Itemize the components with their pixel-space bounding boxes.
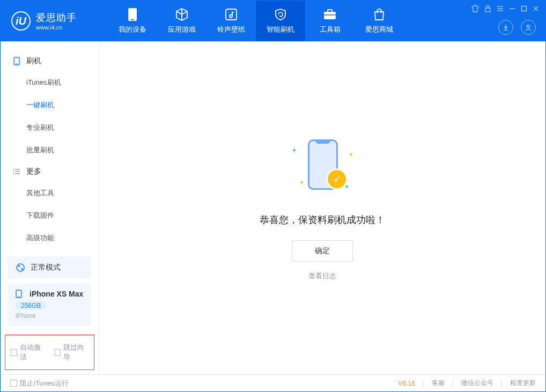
sidebar-item-itunes-flash[interactable]: iTunes刷机 — [1, 71, 99, 94]
checkbox-block-itunes[interactable]: 阻止iTunes运行 — [10, 379, 69, 388]
toolbox-icon — [323, 8, 337, 21]
sidebar-section-more: 更多 其他工具 下载固件 高级功能 — [1, 161, 99, 249]
svg-point-20 — [13, 169, 14, 170]
main-tabs: 我的设备 应用游戏 铃声壁纸 智能刷机 工具箱 爱思商城 — [108, 1, 404, 41]
phone-icon — [126, 8, 139, 21]
svg-rect-27 — [18, 297, 20, 297]
app-name: 爱思助手 — [36, 11, 77, 24]
footer-link-support[interactable]: 客服 — [432, 379, 445, 388]
svg-point-22 — [13, 173, 14, 174]
svg-point-23 — [17, 264, 24, 271]
shopping-bag-icon — [372, 8, 386, 21]
device-storage-badge: 256GB — [16, 301, 46, 310]
minimize-button[interactable] — [509, 5, 515, 12]
app-url: www.i4.cn — [36, 24, 77, 31]
tab-ringtones-wallpapers[interactable]: 铃声壁纸 — [206, 1, 256, 41]
list-icon — [12, 167, 21, 176]
window-controls — [471, 5, 539, 12]
sparkle-icon: ✦ — [292, 147, 297, 154]
menu-icon[interactable] — [497, 5, 504, 12]
app-header: iU 爱思助手 www.i4.cn 我的设备 应用游戏 铃声壁纸 智能刷机 工具… — [1, 1, 545, 41]
device-name: iPhone XS Max — [29, 290, 83, 298]
svg-point-24 — [18, 265, 20, 268]
tab-apps-games[interactable]: 应用游戏 — [157, 1, 206, 41]
header-circle-buttons — [498, 20, 536, 35]
sidebar-head-flash[interactable]: 刷机 — [1, 51, 99, 71]
sidebar-item-pro-flash[interactable]: 专业刷机 — [1, 116, 99, 139]
mode-box[interactable]: 正常模式 — [8, 256, 91, 279]
ok-button[interactable]: 确定 — [292, 240, 353, 262]
cube-icon — [175, 8, 189, 21]
tab-my-device[interactable]: 我的设备 — [108, 1, 157, 41]
sparkle-icon: ✦ — [299, 179, 304, 186]
sidebar: 刷机 iTunes刷机 一键刷机 专业刷机 批量刷机 更多 其他工具 下载固件 … — [1, 41, 99, 374]
svg-rect-0 — [128, 8, 137, 21]
device-small-icon — [12, 57, 21, 65]
sidebar-item-download-firmware[interactable]: 下载固件 — [1, 204, 99, 227]
checkbox-icon — [55, 349, 61, 356]
phone-notch — [315, 139, 330, 144]
sidebar-section-flash: 刷机 iTunes刷机 一键刷机 专业刷机 批量刷机 — [1, 51, 99, 161]
checkbox-auto-activate[interactable]: 自动激活 — [11, 343, 45, 362]
svg-point-14 — [527, 25, 530, 28]
svg-rect-5 — [324, 14, 336, 16]
tab-store[interactable]: 爱思商城 — [355, 1, 404, 41]
checkbox-icon — [11, 349, 17, 356]
sidebar-item-batch-flash[interactable]: 批量刷机 — [1, 139, 99, 161]
lock-icon[interactable] — [484, 5, 491, 12]
sidebar-item-other-tools[interactable]: 其他工具 — [1, 182, 99, 204]
app-body: 刷机 iTunes刷机 一键刷机 专业刷机 批量刷机 更多 其他工具 下载固件 … — [1, 41, 545, 374]
music-note-icon — [224, 8, 238, 21]
device-type: iPhone — [16, 312, 84, 320]
checkbox-icon — [10, 380, 17, 387]
view-log-link[interactable]: 查看日志 — [308, 271, 336, 281]
logo-text: 爱思助手 www.i4.cn — [36, 11, 77, 31]
checkbox-skip-guide[interactable]: 跳过向导 — [55, 343, 89, 362]
footer-link-update[interactable]: 检查更新 — [510, 379, 536, 388]
svg-rect-3 — [324, 12, 336, 19]
sparkle-icon: ✦ — [344, 183, 349, 190]
sidebar-head-more[interactable]: 更多 — [1, 161, 99, 182]
check-badge-icon: ✓ — [328, 170, 346, 188]
footer-link-wechat[interactable]: 微信公众号 — [461, 379, 493, 388]
mode-label: 正常模式 — [31, 263, 61, 272]
maximize-button[interactable] — [521, 5, 527, 12]
svg-point-25 — [21, 269, 23, 270]
logo-area: iU 爱思助手 www.i4.cn — [1, 11, 108, 31]
sidebar-head-flash-label: 刷机 — [26, 56, 41, 66]
mode-icon — [16, 263, 25, 272]
device-phone-icon — [16, 290, 24, 298]
download-button[interactable] — [498, 20, 513, 35]
device-row: iPhone XS Max — [16, 290, 84, 298]
refresh-shield-icon — [274, 8, 287, 21]
footer-right: V8.16 | 客服 | 微信公众号 | 检查更新 — [398, 379, 536, 388]
version-label: V8.16 — [398, 380, 415, 387]
svg-rect-6 — [485, 8, 490, 12]
device-box[interactable]: iPhone XS Max 256GB iPhone — [8, 283, 91, 326]
success-illustration: ✓ ✦ ✦ ✦ ✦ — [282, 135, 363, 199]
tab-toolbox[interactable]: 工具箱 — [305, 1, 355, 41]
bottom-checkbox-row: 自动激活 跳过向导 — [5, 335, 94, 370]
main-content: ✓ ✦ ✦ ✦ ✦ 恭喜您，保资料刷机成功啦！ 确定 查看日志 — [99, 41, 545, 374]
tab-smart-flash[interactable]: 智能刷机 — [256, 1, 305, 41]
svg-rect-4 — [328, 10, 332, 12]
logo-icon: iU — [11, 11, 31, 31]
user-button[interactable] — [521, 20, 536, 35]
close-button[interactable] — [533, 5, 539, 12]
svg-rect-11 — [522, 6, 527, 11]
sparkle-icon: ✦ — [349, 151, 353, 158]
sidebar-head-more-label: 更多 — [26, 167, 41, 176]
status-bar: 阻止iTunes运行 V8.16 | 客服 | 微信公众号 | 检查更新 — [1, 374, 545, 391]
sidebar-item-advanced[interactable]: 高级功能 — [1, 227, 99, 249]
svg-rect-1 — [131, 19, 134, 20]
svg-point-21 — [13, 171, 14, 172]
shirt-icon[interactable] — [471, 5, 479, 12]
svg-rect-16 — [16, 64, 18, 64]
sidebar-item-oneclick-flash[interactable]: 一键刷机 — [1, 94, 99, 116]
success-message: 恭喜您，保资料刷机成功啦！ — [260, 213, 385, 226]
